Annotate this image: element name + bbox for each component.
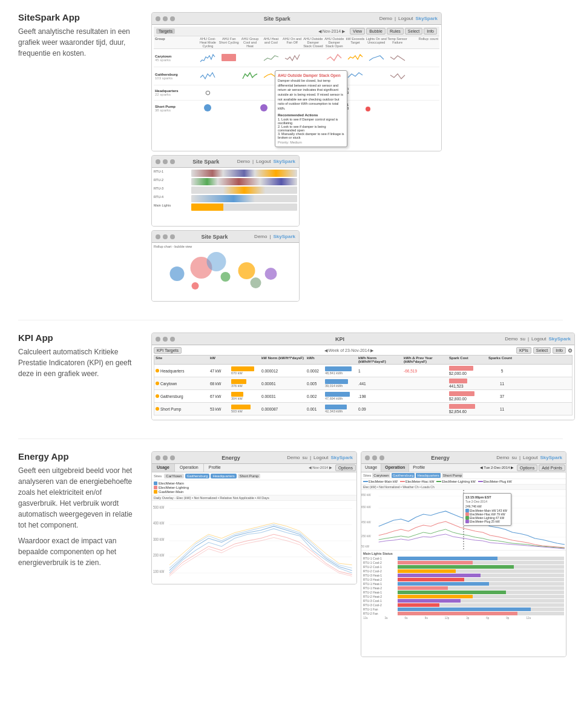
- page-container: SiteSpark App Geeft analytische resultat…: [0, 0, 581, 687]
- kpi-gear-icon[interactable]: ⚙: [568, 348, 573, 354]
- site-short-pump[interactable]: Short Pump: [238, 474, 261, 478]
- kpi-title: KPI App: [18, 333, 133, 343]
- detail-date-nav[interactable]: ◀ Tue 2-Dec-2014 ▶: [478, 464, 516, 472]
- kpi-row-shortpump: Short Pump 53 kW 503 kW 0.000087 0.001 4…: [154, 403, 573, 415]
- detail-overlay-label: Elec (kW) • Not Normalized • Weather Ch …: [361, 485, 566, 490]
- sitespark-screenshots: Site Spark Demo | Logout SkySpark Target…: [151, 12, 563, 302]
- energy-chart-area: 500 kW 400 kW 300 kW 200 kW 100 kW: [152, 501, 356, 584]
- energy-sites-row: Sites CarYtown Gaithersburg Headquarters…: [152, 472, 356, 480]
- energy-text: Energy App Geeft een uitgebreid beeld vo…: [18, 451, 139, 568]
- detail-options-btn[interactable]: Options: [517, 465, 537, 471]
- detail-addpoints-btn[interactable]: Add Points: [539, 465, 565, 471]
- detail-site-headquarters[interactable]: Headquarters: [416, 473, 440, 478]
- kpi-text: KPI App Calculeert automatisch Kritieke …: [18, 333, 139, 379]
- btn-rules[interactable]: Rules: [387, 28, 404, 35]
- energy-tabs: Usage Operation Profile ◀ Nov-2014 ▶ Opt…: [152, 464, 356, 472]
- tab-profile[interactable]: Profile: [204, 464, 226, 472]
- detail-legend: ElecMeter-Main kW ElecMeter-Htac kW Elec…: [361, 479, 566, 485]
- kpi-targets-btn[interactable]: KPI Targets: [154, 347, 182, 354]
- svg-text:250 kW: 250 kW: [361, 535, 371, 538]
- sitespark-main-screenshot: Site Spark Demo | Logout SkySpark Target…: [151, 12, 442, 151]
- kpi-table-header: Site kW kW Norm (kW/ft²/*daysF) kWh kWh …: [154, 355, 573, 365]
- kpi-body: Calculeert automatisch Kritieke Prestati…: [18, 346, 133, 379]
- btn-bubble[interactable]: Bubble: [366, 28, 386, 35]
- time-axis: 12a 3a 6a 9a 12p 3p 6p 9p 12a: [363, 617, 564, 620]
- sitespark-main-content: Targets ◀ Nov-2014 ▶ View Bubble Rules S…: [152, 25, 441, 151]
- svg-text:450 kW: 450 kW: [361, 521, 371, 524]
- svg-point-1: [170, 266, 185, 281]
- divider-2: [18, 438, 563, 439]
- tab-usage[interactable]: Usage: [152, 464, 175, 472]
- nav-targets[interactable]: Targets: [156, 28, 175, 34]
- tab-operation[interactable]: Operation: [175, 464, 204, 472]
- energy-chrome: Energy Demo su | Logout SkySpark: [152, 452, 356, 464]
- site-headquarters[interactable]: Headquarters: [211, 474, 236, 478]
- chrome-secondary: Site Spark Demo | Logout SkySpark: [152, 156, 299, 168]
- detail-site-shortpump[interactable]: Short Pump: [442, 473, 464, 478]
- sitespark-secondary-screenshot: Site Spark Demo | Logout SkySpark RTU-1: [151, 155, 300, 227]
- table-row: Carytown45 sparks: [154, 49, 439, 67]
- svg-point-6: [192, 282, 199, 290]
- table-row: Gaithersburg103 sparks: [154, 67, 439, 85]
- detail-main-chart: 850 kW 650 kW 450 kW 250 kW 50 kW: [361, 490, 566, 551]
- kpi-chrome: KPI Demo su | Logout SkySpark: [152, 333, 574, 345]
- energy-date-nav[interactable]: ◀ Nov-2014 ▶: [306, 464, 335, 472]
- svg-point-3: [221, 272, 231, 282]
- kpi-screenshots: KPI Demo su | Logout SkySpark KPI Target…: [151, 333, 575, 420]
- kpi-row-headquarters: Headquarters 47 kW 670 kW 0.000012 0.000…: [154, 365, 573, 377]
- svg-text:50 kW: 50 kW: [361, 545, 370, 548]
- detail-site-gaithersburg[interactable]: Gaithersburg: [392, 473, 415, 478]
- energy-body1: Geeft een uitgebreid beeld voor het anal…: [18, 465, 133, 531]
- svg-point-5: [265, 268, 277, 280]
- energy-title: Energy App: [18, 451, 133, 462]
- sitespark-navbar: Targets ◀ Nov-2014 ▶ View Bubble Rules S…: [154, 27, 439, 36]
- sitespark-chrome-title: Site Spark: [177, 16, 377, 22]
- nav-date[interactable]: ◀ Nov-2014 ▶: [318, 29, 345, 34]
- btn-view[interactable]: View: [350, 28, 365, 35]
- chrome-min: [163, 16, 168, 21]
- svg-rect-0: [222, 54, 236, 61]
- energy-options-btn[interactable]: Options: [335, 465, 356, 471]
- divider-1: [18, 320, 563, 320]
- btn-select[interactable]: Select: [405, 28, 422, 35]
- svg-text:400 kW: 400 kW: [153, 521, 165, 526]
- energy-detail-chrome: Energy Demo su | Logout SkySpark: [361, 452, 566, 464]
- tooltip-popup: AHU Outside Damper Stack Open Damper sho…: [275, 70, 347, 147]
- detail-tooltip: 13:15:00pm EST Tue 2-Dec-2014 249,746 kW…: [463, 493, 511, 526]
- kpi-section: KPI App Calculeert automatisch Kritieke …: [18, 333, 563, 420]
- detail-sites-row: Sites Carytown Gaithersburg Headquarters…: [361, 472, 566, 479]
- svg-text:100 kW: 100 kW: [153, 570, 165, 574]
- kpi-info-btn[interactable]: Info: [553, 347, 566, 354]
- sitespark-body: Geeft analytische resultaten in een graf…: [18, 26, 133, 59]
- site-gaithersburg[interactable]: Gaithersburg: [185, 474, 210, 478]
- energy-main-screenshot: Energy Demo su | Logout SkySpark Usage: [151, 451, 357, 584]
- btn-info[interactable]: Info: [424, 28, 437, 35]
- sitespark-title: SiteSpark App: [18, 12, 133, 22]
- kpi-kpis-btn[interactable]: KPIs: [516, 347, 531, 354]
- site-carytown[interactable]: CarYtown: [164, 474, 183, 478]
- svg-text:300 kW: 300 kW: [153, 537, 165, 541]
- energy-top-row: Energy Demo su | Logout SkySpark Usage: [151, 451, 566, 657]
- kpi-date-nav[interactable]: ◀ Week of 23-Nov-2014 ▶: [324, 348, 374, 353]
- chrome-tertiary: Site Spark Demo | SkySpark: [152, 231, 299, 243]
- svg-point-4: [238, 262, 255, 279]
- svg-text:650 kW: 650 kW: [361, 506, 371, 509]
- svg-text:200 kW: 200 kW: [153, 554, 165, 558]
- detail-tab-operation[interactable]: Operation: [381, 464, 409, 472]
- detail-tab-profile[interactable]: Profile: [409, 464, 428, 472]
- detail-tab-usage[interactable]: Usage: [361, 464, 381, 472]
- sitespark-chrome: Site Spark Demo | Logout SkySpark: [152, 13, 441, 25]
- sitespark-tertiary-screenshot: Site Spark Demo | SkySpark Rollup chart …: [151, 230, 300, 302]
- kpi-row-carytown: Carytown 68 kW 376 kW 0.00061 0.005 39,0…: [154, 377, 573, 390]
- detail-site-carytown[interactable]: Carytown: [372, 473, 390, 478]
- sitespark-right-col: Site Spark Demo | Logout SkySpark RTU-1: [151, 155, 300, 302]
- kpi-row-gaithersburg: Gaithersburg 67 kW 304 kW 0.00031 0.002 …: [154, 390, 573, 403]
- energy-detail-tabs: Usage Operation Profile ◀ Tue 2-Dec-2014…: [361, 464, 566, 472]
- energy-detail-screenshot: Energy Demo su | Logout SkySpark Usage: [361, 451, 566, 657]
- chrome-close: [156, 16, 160, 21]
- svg-point-7: [207, 252, 226, 271]
- bubble-chart-svg: [154, 250, 297, 298]
- kpi-select-btn[interactable]: Select: [533, 347, 551, 354]
- chrome-max: [170, 16, 175, 21]
- sitespark-section: SiteSpark App Geeft analytische resultat…: [18, 12, 563, 302]
